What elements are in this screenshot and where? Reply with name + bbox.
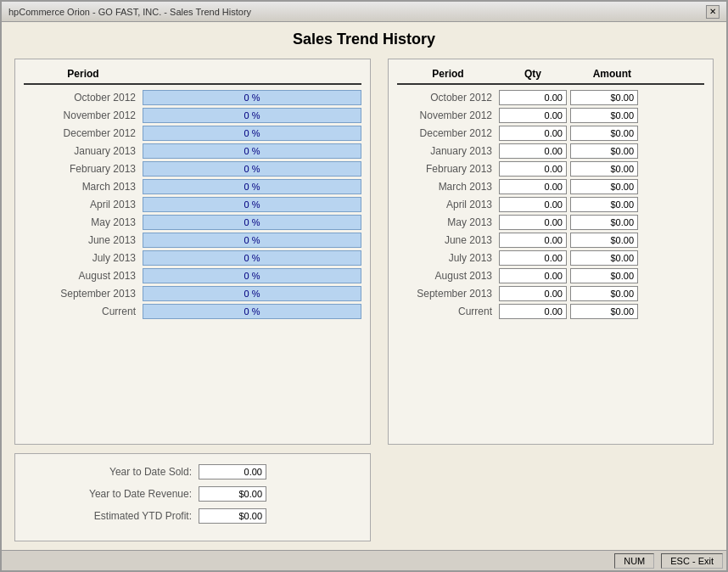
right-row-amount: $0.00: [570, 250, 638, 266]
right-row-amount-value[interactable]: $0.00: [570, 126, 638, 141]
right-row-period: June 2013: [397, 234, 499, 246]
right-row-amount: $0.00: [570, 268, 638, 283]
right-row-amount: $0.00: [570, 233, 638, 248]
left-col-period-header: Period: [24, 68, 143, 80]
right-row-qty-value[interactable]: 0.00: [499, 197, 567, 212]
right-row-qty: 0.00: [499, 268, 567, 283]
left-row-bar-value[interactable]: 0 %: [143, 304, 361, 319]
close-button[interactable]: ✕: [706, 5, 720, 19]
right-row-qty-value[interactable]: 0.00: [499, 90, 567, 105]
esc-button[interactable]: ESC - Exit: [661, 553, 723, 569]
right-row-amount: $0.00: [570, 108, 638, 123]
left-row-bar-value[interactable]: 0 %: [143, 268, 361, 283]
right-row-amount-value[interactable]: $0.00: [570, 197, 638, 212]
right-row-qty-value[interactable]: 0.00: [499, 268, 567, 283]
right-row-amount: $0.00: [570, 304, 638, 319]
right-col-amount-header: Amount: [567, 68, 635, 80]
right-row-qty-value[interactable]: 0.00: [499, 233, 567, 248]
content-area: Sales Trend History Period October 2012 …: [2, 22, 726, 550]
ytd-profit-value[interactable]: $0.00: [199, 508, 266, 524]
right-row-qty-value[interactable]: 0.00: [499, 143, 567, 159]
right-row-amount-value[interactable]: $0.00: [570, 161, 638, 177]
right-row-period: October 2012: [397, 92, 499, 104]
left-row-bar-value[interactable]: 0 %: [143, 90, 361, 105]
left-rows: October 2012 0 % November 2012 0 % Decem…: [24, 90, 361, 319]
right-row-qty-value[interactable]: 0.00: [499, 161, 567, 177]
ytd-profit-label: Estimated YTD Profit:: [29, 510, 199, 522]
right-row-amount: $0.00: [570, 126, 638, 141]
left-row: June 2013 0 %: [24, 233, 361, 248]
right-row-qty-value[interactable]: 0.00: [499, 108, 567, 123]
left-row-bar-container: 0 %: [143, 126, 361, 141]
left-row-bar-value[interactable]: 0 %: [143, 286, 361, 301]
ytd-sold-value[interactable]: 0.00: [199, 464, 266, 479]
right-row-period: April 2013: [397, 199, 499, 210]
right-row-amount-value[interactable]: $0.00: [570, 143, 638, 159]
right-row-period: August 2013: [397, 270, 499, 282]
right-row-period: December 2012: [397, 127, 499, 139]
right-row-qty: 0.00: [499, 215, 567, 230]
ytd-revenue-field: $0.00: [199, 486, 266, 502]
right-row: July 2013 0.00 $0.00: [397, 250, 704, 266]
right-row-qty: 0.00: [499, 233, 567, 248]
right-row-amount: $0.00: [570, 179, 638, 194]
left-row: August 2013 0 %: [24, 268, 361, 283]
ytd-profit-field: $0.00: [199, 508, 266, 524]
right-panel-header: Period Qty Amount: [397, 68, 704, 85]
page-title: Sales Trend History: [14, 31, 714, 48]
status-bar: NUM ESC - Exit: [2, 550, 726, 570]
right-row-amount-value[interactable]: $0.00: [570, 179, 638, 194]
right-row-qty-value[interactable]: 0.00: [499, 250, 567, 266]
right-row-qty: 0.00: [499, 179, 567, 194]
right-row: February 2013 0.00 $0.00: [397, 161, 704, 177]
left-row-bar-value[interactable]: 0 %: [143, 126, 361, 141]
bottom-section: Year to Date Sold: 0.00 Year to Date Rev…: [14, 453, 714, 541]
right-row-qty-value[interactable]: 0.00: [499, 304, 567, 319]
left-row-bar-value[interactable]: 0 %: [143, 250, 361, 266]
right-row-amount-value[interactable]: $0.00: [570, 108, 638, 123]
right-row-amount-value[interactable]: $0.00: [570, 286, 638, 301]
left-row: January 2013 0 %: [24, 143, 361, 159]
left-row-bar-value[interactable]: 0 %: [143, 179, 361, 194]
right-row-amount: $0.00: [570, 90, 638, 105]
left-row-period: May 2013: [24, 216, 143, 228]
title-bar: hpCommerce Orion - GO FAST, INC. - Sales…: [2, 2, 726, 22]
right-row-qty-value[interactable]: 0.00: [499, 179, 567, 194]
left-row-bar-value[interactable]: 0 %: [143, 233, 361, 248]
right-row-amount: $0.00: [570, 161, 638, 177]
left-panel-header: Period: [24, 68, 361, 85]
left-row-period: November 2012: [24, 109, 143, 121]
left-row-bar-container: 0 %: [143, 286, 361, 301]
right-row-amount-value[interactable]: $0.00: [570, 90, 638, 105]
ytd-sold-row: Year to Date Sold: 0.00: [29, 464, 356, 479]
right-row-amount-value[interactable]: $0.00: [570, 250, 638, 266]
ytd-revenue-row: Year to Date Revenue: $0.00: [29, 486, 356, 502]
left-row: March 2013 0 %: [24, 179, 361, 194]
right-row-period: Current: [397, 306, 499, 317]
right-row-amount: $0.00: [570, 197, 638, 212]
summary-panel: Year to Date Sold: 0.00 Year to Date Rev…: [14, 453, 371, 541]
right-row-qty-value[interactable]: 0.00: [499, 126, 567, 141]
right-col-qty-header: Qty: [499, 68, 567, 80]
left-row-bar-value[interactable]: 0 %: [143, 161, 361, 177]
left-row-bar-value[interactable]: 0 %: [143, 215, 361, 230]
right-row-amount-value[interactable]: $0.00: [570, 233, 638, 248]
left-row-bar-value[interactable]: 0 %: [143, 108, 361, 123]
left-row-period: October 2012: [24, 92, 143, 104]
left-row-bar-container: 0 %: [143, 90, 361, 105]
right-row: Current 0.00 $0.00: [397, 304, 704, 319]
main-window: hpCommerce Orion - GO FAST, INC. - Sales…: [0, 0, 728, 572]
right-row: May 2013 0.00 $0.00: [397, 215, 704, 230]
right-row-amount: $0.00: [570, 143, 638, 159]
right-row-amount-value[interactable]: $0.00: [570, 304, 638, 319]
right-row-qty-value[interactable]: 0.00: [499, 215, 567, 230]
right-row-amount-value[interactable]: $0.00: [570, 268, 638, 283]
left-row-bar-value[interactable]: 0 %: [143, 143, 361, 159]
left-row: May 2013 0 %: [24, 215, 361, 230]
ytd-revenue-value[interactable]: $0.00: [199, 486, 266, 502]
right-row: January 2013 0.00 $0.00: [397, 143, 704, 159]
right-row-qty-value[interactable]: 0.00: [499, 286, 567, 301]
right-row-amount-value[interactable]: $0.00: [570, 215, 638, 230]
left-row-period: February 2013: [24, 163, 143, 175]
left-row-bar-value[interactable]: 0 %: [143, 197, 361, 212]
